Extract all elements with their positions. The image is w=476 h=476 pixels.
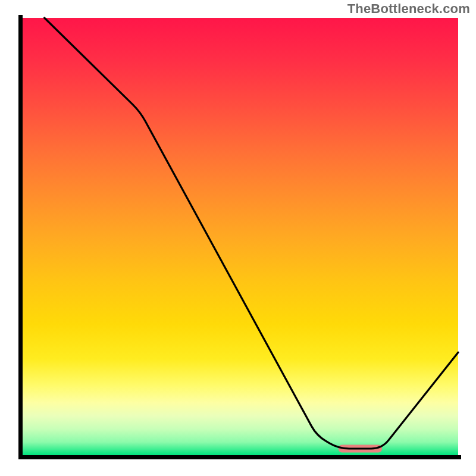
bottleneck-chart [0, 0, 476, 476]
chart-container: TheBottleneck.com [0, 0, 476, 476]
watermark-text: TheBottleneck.com [347, 1, 470, 17]
plot-background [23, 18, 458, 455]
